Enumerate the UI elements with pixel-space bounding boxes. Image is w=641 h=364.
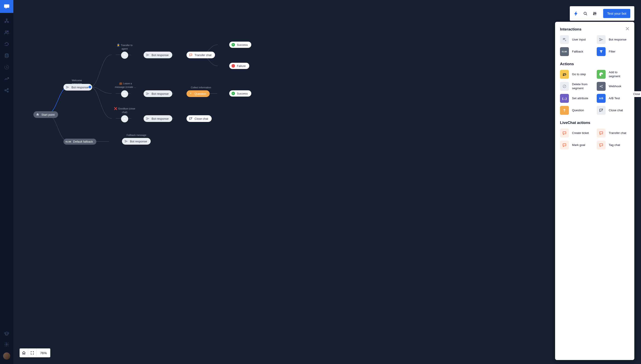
action-label: Tag chat xyxy=(609,143,620,147)
node-question[interactable]: Question xyxy=(186,90,210,97)
send-icon xyxy=(146,92,150,96)
nav-history-icon[interactable] xyxy=(4,64,9,70)
svg-point-10 xyxy=(584,12,586,14)
node-failure[interactable]: Failure xyxy=(229,63,249,69)
action-goto-step[interactable]: Go to step xyxy=(560,70,593,79)
nav-users-icon[interactable] xyxy=(4,30,9,35)
svg-point-12 xyxy=(594,12,595,13)
flow-connectors xyxy=(13,0,258,182)
check-icon xyxy=(232,92,235,95)
node-label: Bot response xyxy=(152,117,169,120)
interaction-user-input[interactable]: User input xyxy=(560,35,593,44)
node-branch-leave-message[interactable] xyxy=(121,90,128,98)
sliders-icon[interactable] xyxy=(592,11,597,16)
node-start-point[interactable]: Start point xyxy=(34,111,58,118)
svg-point-19 xyxy=(125,118,126,120)
lc-mark-goal[interactable]: Mark goal xyxy=(560,140,593,150)
svg-point-3 xyxy=(5,31,7,32)
zoom-home-button[interactable] xyxy=(20,348,28,357)
node-label: Bot response xyxy=(152,92,169,96)
nav-learn-icon[interactable] xyxy=(4,331,9,336)
action-add-segment[interactable]: Add to segment xyxy=(597,70,630,79)
node-success[interactable]: Success xyxy=(229,90,251,96)
app-logo[interactable] xyxy=(0,0,13,13)
interaction-bot-response[interactable]: Bot response xyxy=(597,35,630,44)
interaction-label: Fallback xyxy=(572,50,583,54)
toolbar: Test your bot xyxy=(570,6,634,21)
action-ab-test[interactable]: A/B A/B Test xyxy=(597,94,630,103)
else-badge: ELSE xyxy=(66,140,72,143)
zoom-value[interactable]: 76% xyxy=(36,348,50,357)
svg-point-11 xyxy=(593,14,594,14)
close-chat-icon xyxy=(189,116,193,120)
lightning-icon[interactable] xyxy=(574,11,578,16)
node-label: Failure xyxy=(237,64,246,68)
node-welcome-response[interactable]: Bot response xyxy=(64,84,92,90)
node-caption: 💼 Leave a message (create … xyxy=(115,82,136,89)
action-label: A/B Test xyxy=(609,96,620,100)
avatar[interactable] xyxy=(3,352,10,360)
action-label: Close chat xyxy=(609,108,623,112)
action-set-attribute[interactable]: {...} Set attribute xyxy=(560,94,593,103)
action-close-chat[interactable]: Close chat xyxy=(597,106,630,115)
nav-integrations-icon[interactable] xyxy=(4,88,9,93)
search-icon[interactable] xyxy=(583,11,588,16)
zoom-toolbar: 76% xyxy=(20,348,50,357)
node-success[interactable]: Success xyxy=(229,42,251,48)
node-bot-response[interactable]: Bot response xyxy=(144,115,172,122)
node-default-fallback[interactable]: ELSE Default fallback xyxy=(64,138,96,144)
svg-point-16 xyxy=(124,93,125,94)
node-branch-transfer[interactable] xyxy=(121,52,128,59)
close-icon[interactable] xyxy=(625,26,630,31)
question-icon xyxy=(189,92,193,96)
node-label: Close chat xyxy=(194,117,208,120)
test-bot-button[interactable]: Test your bot xyxy=(603,9,630,18)
interaction-label: Filter xyxy=(609,50,616,54)
nav-settings-icon[interactable] xyxy=(4,342,9,347)
node-label: Bot response xyxy=(130,140,147,143)
svg-point-8 xyxy=(7,91,8,92)
close-tab[interactable]: Close xyxy=(632,91,641,97)
node-bot-response[interactable]: Bot response xyxy=(144,90,172,97)
lc-transfer-chat[interactable]: Transfer chat xyxy=(597,128,630,138)
node-caption: Fallback message xyxy=(124,134,149,137)
node-label: Transfer chat xyxy=(194,54,212,57)
nav-flows-icon[interactable] xyxy=(4,18,9,24)
send-icon xyxy=(597,35,606,44)
node-label: Start point xyxy=(42,113,54,116)
action-label: Delete from segment xyxy=(572,82,593,90)
livechat-icon xyxy=(597,140,606,150)
node-transfer-chat[interactable]: Transfer chat xyxy=(186,52,215,58)
interaction-fallback[interactable]: ELSE Fallback xyxy=(560,47,593,56)
node-caption: Collect information xyxy=(189,86,213,89)
nav-analytics-icon[interactable] xyxy=(4,76,9,82)
svg-point-0 xyxy=(6,19,7,20)
zoom-fullscreen-button[interactable] xyxy=(28,348,36,357)
svg-point-9 xyxy=(6,344,7,345)
lc-tag-chat[interactable]: Tag chat xyxy=(597,140,630,150)
nav-ai-icon[interactable] xyxy=(4,42,9,47)
node-fallback-response[interactable]: Bot response xyxy=(122,138,151,144)
close-chat-icon xyxy=(597,106,606,115)
connection-handle[interactable] xyxy=(88,86,91,88)
node-close-chat[interactable]: Close chat xyxy=(186,115,212,122)
x-icon xyxy=(232,64,235,68)
action-question[interactable]: Question xyxy=(560,106,593,115)
action-delete-segment[interactable]: Delete from segment xyxy=(560,82,593,91)
interaction-label: Bot response xyxy=(609,38,626,42)
nav-data-icon[interactable] xyxy=(4,53,9,58)
lc-create-ticket[interactable]: Create ticket xyxy=(560,128,593,138)
abtest-icon: A/B xyxy=(597,94,606,103)
send-icon xyxy=(66,85,70,89)
action-label: Webhook xyxy=(609,84,622,88)
node-branch-goodbye[interactable] xyxy=(121,115,128,122)
svg-point-6 xyxy=(5,90,6,91)
svg-point-23 xyxy=(602,85,602,86)
action-webhook[interactable]: Webhook xyxy=(597,82,630,91)
panel-section-title: LiveChat actions xyxy=(560,120,630,125)
interaction-filter[interactable]: Filter xyxy=(597,47,630,56)
send-icon xyxy=(146,116,150,120)
node-bot-response[interactable]: Bot response xyxy=(144,52,172,58)
panel-section-title: Interactions xyxy=(560,27,630,32)
webhook-icon xyxy=(597,82,606,91)
